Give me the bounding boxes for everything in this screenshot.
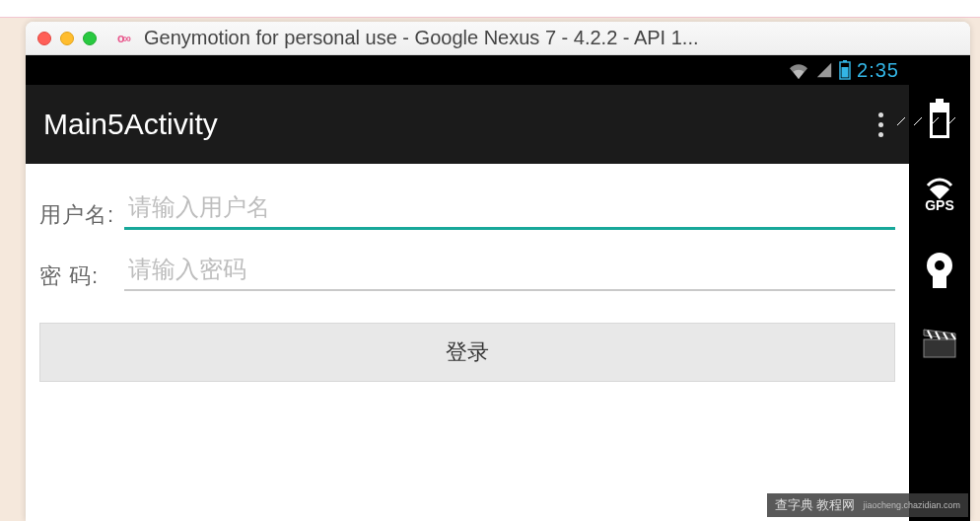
sidebar-camera-icon[interactable] (923, 251, 956, 290)
emulator-sidebar: ⟋⟋⟋⟋ GPS (909, 55, 970, 521)
device-screen: 2:35 Main5Activity 用户名: 密 码: (26, 55, 909, 521)
svg-rect-9 (924, 339, 955, 357)
username-input[interactable] (124, 191, 895, 230)
wifi-icon (788, 61, 809, 79)
minimize-button[interactable] (60, 32, 74, 45)
svg-rect-8 (933, 276, 946, 288)
password-label: 密 码: (39, 261, 118, 291)
gps-label: GPS (925, 197, 954, 213)
svg-rect-1 (843, 60, 847, 62)
svg-point-7 (935, 260, 945, 270)
svg-rect-4 (936, 99, 944, 103)
traffic-lights (37, 32, 97, 45)
watermark-text: 查字典 教程网 (775, 496, 856, 514)
genymotion-icon: o∞ (112, 31, 134, 46)
android-actionbar: Main5Activity (26, 85, 909, 164)
window-title: Genymotion for personal use - Google Nex… (144, 27, 699, 49)
password-input[interactable] (124, 254, 895, 291)
login-button[interactable]: 登录 (39, 323, 895, 382)
page-header (0, 0, 980, 18)
diagnostic-icon: ⟋⟋⟋⟋ (893, 112, 960, 130)
close-button[interactable] (37, 32, 51, 45)
watermark-url: jiaocheng.chazidian.com (863, 500, 960, 510)
actionbar-title: Main5Activity (43, 108, 218, 141)
svg-rect-2 (842, 67, 849, 78)
window-titlebar: o∞ Genymotion for personal use - Google … (26, 22, 970, 55)
password-row: 密 码: (39, 254, 895, 291)
statusbar-time: 2:35 (857, 59, 899, 82)
overflow-menu-icon[interactable] (871, 105, 891, 145)
username-row: 用户名: (39, 191, 895, 230)
username-label: 用户名: (39, 200, 118, 230)
zoom-button[interactable] (83, 32, 97, 45)
battery-icon (839, 60, 851, 80)
watermark: 查字典 教程网 jiaocheng.chazidian.com (767, 493, 968, 517)
signal-icon (815, 61, 833, 79)
device-frame: 2:35 Main5Activity 用户名: 密 码: (26, 55, 970, 521)
sidebar-gps-icon[interactable]: GPS (925, 178, 954, 213)
form-content: 用户名: 密 码: 登录 (26, 164, 909, 521)
sidebar-clapper-icon[interactable] (922, 328, 957, 359)
android-statusbar: 2:35 (26, 55, 909, 85)
emulator-window: o∞ Genymotion for personal use - Google … (26, 22, 970, 521)
